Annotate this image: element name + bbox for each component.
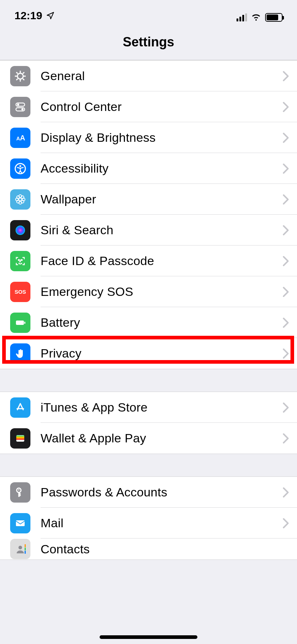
contacts-icon xyxy=(10,539,30,559)
svg-point-26 xyxy=(16,226,25,235)
svg-point-12 xyxy=(21,108,24,110)
settings-group-device: General Control Center AA Display & Brig… xyxy=(0,60,297,369)
home-indicator[interactable] xyxy=(100,635,197,639)
chevron-right-icon xyxy=(283,518,289,529)
svg-rect-31 xyxy=(24,322,25,324)
row-faceid-passcode[interactable]: Face ID & Passcode xyxy=(0,245,297,276)
status-left: 12:19 xyxy=(14,9,55,22)
row-passwords-accounts[interactable]: Passwords & Accounts xyxy=(0,477,297,508)
siri-icon xyxy=(10,220,30,240)
appstore-icon xyxy=(10,397,30,418)
aa-icon: AA xyxy=(10,128,30,148)
chevron-right-icon xyxy=(283,132,289,143)
flower-icon xyxy=(10,189,30,210)
sos-icon: SOS xyxy=(10,282,30,302)
row-display-brightness[interactable]: AA Display & Brightness xyxy=(0,122,297,153)
chevron-right-icon xyxy=(283,256,289,267)
wifi-icon xyxy=(251,13,262,21)
row-label: Battery xyxy=(41,315,279,330)
row-contacts[interactable]: Contacts xyxy=(0,538,297,560)
svg-rect-39 xyxy=(16,520,25,526)
chevron-right-icon xyxy=(283,348,289,359)
row-label: Accessibility xyxy=(41,161,279,176)
svg-rect-43 xyxy=(25,551,26,554)
status-right xyxy=(237,13,283,22)
chevron-right-icon xyxy=(283,402,289,413)
svg-rect-35 xyxy=(16,438,24,439)
cellular-signal-icon xyxy=(237,13,247,21)
toggles-icon xyxy=(10,97,30,117)
row-control-center[interactable]: Control Center xyxy=(0,91,297,122)
row-itunes-appstore[interactable]: iTunes & App Store xyxy=(0,392,297,423)
svg-text:SOS: SOS xyxy=(14,289,26,295)
row-wallpaper[interactable]: Wallpaper xyxy=(0,184,297,215)
row-wallet-applepay[interactable]: Wallet & Apple Pay xyxy=(0,423,297,454)
mail-icon xyxy=(10,513,30,533)
svg-point-10 xyxy=(17,103,19,106)
chevron-right-icon xyxy=(283,71,289,82)
row-label: Control Center xyxy=(41,100,279,114)
svg-line-6 xyxy=(23,79,24,80)
status-time: 12:19 xyxy=(14,9,42,22)
wallet-icon xyxy=(10,428,30,449)
chevron-right-icon xyxy=(283,286,289,297)
row-label: General xyxy=(41,69,279,83)
page-title: Settings xyxy=(0,24,297,60)
row-privacy[interactable]: Privacy xyxy=(0,338,297,369)
key-icon xyxy=(10,482,30,503)
svg-rect-30 xyxy=(16,321,24,325)
settings-group-accounts: Passwords & Accounts Mail Contacts xyxy=(0,476,297,560)
svg-point-40 xyxy=(18,546,22,549)
svg-point-27 xyxy=(18,259,20,260)
chevron-right-icon xyxy=(283,487,289,498)
chevron-right-icon xyxy=(283,433,289,444)
row-label: Face ID & Passcode xyxy=(41,254,279,268)
chevron-right-icon xyxy=(283,317,289,328)
svg-point-0 xyxy=(17,73,23,79)
svg-line-5 xyxy=(16,72,18,74)
row-label: Passwords & Accounts xyxy=(41,485,279,499)
row-label: Wallet & Apple Pay xyxy=(41,431,279,445)
svg-rect-33 xyxy=(16,435,24,437)
svg-text:A: A xyxy=(20,134,25,142)
row-label: Privacy xyxy=(41,346,279,360)
row-emergency-sos[interactable]: SOS Emergency SOS xyxy=(0,276,297,307)
row-label: iTunes & App Store xyxy=(41,400,279,414)
row-label: Siri & Search xyxy=(41,223,279,237)
hand-icon xyxy=(10,343,30,364)
row-battery[interactable]: Battery xyxy=(0,307,297,338)
chevron-right-icon xyxy=(283,225,289,236)
svg-rect-34 xyxy=(16,437,24,438)
svg-line-7 xyxy=(23,72,24,74)
row-label: Display & Brightness xyxy=(41,131,279,145)
svg-point-16 xyxy=(20,165,21,167)
row-accessibility[interactable]: Accessibility xyxy=(0,153,297,184)
svg-point-38 xyxy=(18,489,20,491)
location-services-icon xyxy=(46,11,55,20)
battery-icon xyxy=(265,13,283,22)
status-bar: 12:19 xyxy=(0,0,297,24)
settings-list[interactable]: General Control Center AA Display & Brig… xyxy=(0,60,297,560)
row-label: Emergency SOS xyxy=(41,285,279,299)
row-siri-search[interactable]: Siri & Search xyxy=(0,215,297,245)
svg-rect-41 xyxy=(25,544,26,547)
svg-rect-36 xyxy=(16,439,24,440)
gear-icon xyxy=(10,66,30,86)
row-label: Mail xyxy=(41,516,279,530)
settings-group-store: iTunes & App Store Wallet & Apple Pay xyxy=(0,392,297,454)
svg-line-8 xyxy=(16,79,18,80)
faceid-icon xyxy=(10,251,30,271)
chevron-right-icon xyxy=(283,163,289,174)
battery-icon xyxy=(10,313,30,333)
accessibility-icon xyxy=(10,158,30,179)
row-label: Wallpaper xyxy=(41,192,279,206)
chevron-right-icon xyxy=(283,102,289,112)
row-general[interactable]: General xyxy=(0,61,297,91)
row-label: Contacts xyxy=(41,542,289,556)
svg-rect-42 xyxy=(25,548,26,550)
svg-text:A: A xyxy=(16,136,20,141)
svg-point-28 xyxy=(21,259,22,260)
chevron-right-icon xyxy=(283,194,289,205)
row-mail[interactable]: Mail xyxy=(0,508,297,538)
